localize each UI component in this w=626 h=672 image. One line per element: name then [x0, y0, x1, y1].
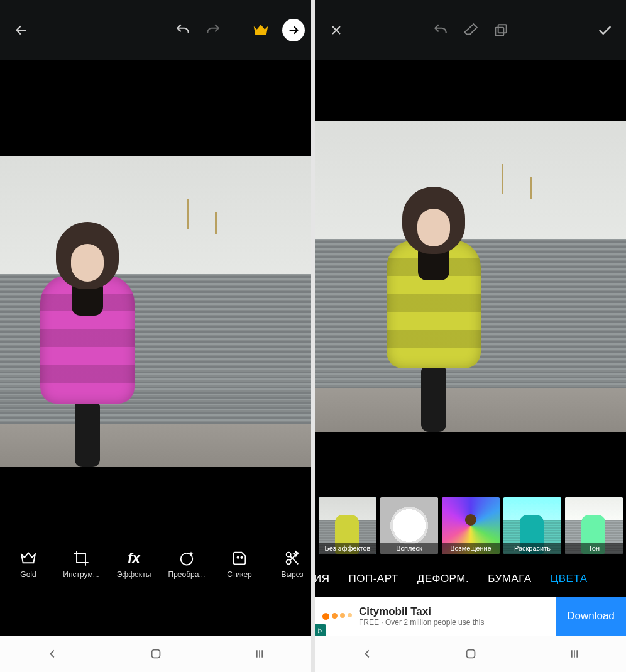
nav-recents-icon[interactable] [251, 646, 268, 662]
tab-deform[interactable]: ДЕФОРМ. [417, 573, 470, 585]
back-button[interactable] [6, 15, 36, 45]
category-tabs: ИЯ ПОП-АРТ ДЕФОРМ. БУМАГА ЦВЕТА [315, 561, 626, 597]
canvas-left[interactable] [0, 60, 311, 537]
fx-label: Всплеск [380, 543, 438, 554]
tab-paper[interactable]: БУМАГА [488, 573, 531, 585]
ad-text-block: Citymobil Taxi FREE · Over 2 million peo… [359, 605, 556, 627]
fx-thumb-replace[interactable]: Возмещение [442, 497, 500, 554]
scissors-icon [282, 549, 303, 568]
fx-thumb-tone[interactable]: Тон [565, 497, 623, 554]
editor-left: Gold Инструм... fx Эффекты Преобра... [0, 0, 311, 636]
fx-thumb-colorize[interactable]: Раскрасить [503, 497, 561, 554]
svg-rect-8 [466, 650, 475, 658]
fx-icon: fx [123, 549, 145, 568]
tool-label: Стикер [227, 570, 252, 579]
tool-transform[interactable]: Преобра... [162, 549, 211, 579]
svg-rect-7 [498, 25, 506, 33]
svg-rect-6 [495, 28, 503, 36]
apply-check-button[interactable] [590, 15, 620, 45]
svg-rect-5 [151, 650, 160, 658]
svg-point-2 [241, 557, 242, 558]
undo-button[interactable] [168, 15, 198, 45]
tool-label: Вырез [281, 570, 303, 579]
tool-instruments[interactable]: Инструм... [57, 549, 106, 579]
svg-point-3 [287, 553, 291, 557]
tool-sticker[interactable]: Стикер [215, 549, 264, 579]
ad-subtitle: FREE · Over 2 million people use this [359, 618, 556, 627]
tool-gold[interactable]: Gold [4, 549, 53, 579]
bottom-padding [0, 590, 311, 636]
phone-right: Без эффектов Всплеск Возмещение Раскраси… [315, 0, 626, 672]
tool-effects[interactable]: fx Эффекты [109, 549, 158, 579]
ad-banner[interactable]: ▷ Citymobil Taxi FREE · Over 2 million p… [315, 597, 626, 636]
editor-right: Без эффектов Всплеск Возмещение Раскраси… [315, 0, 626, 636]
subject-person [383, 187, 484, 432]
undo-button[interactable] [426, 15, 456, 45]
sticker-icon [229, 549, 250, 568]
tab-partial-left[interactable]: ИЯ [315, 573, 330, 585]
nav-back-icon[interactable] [44, 646, 60, 662]
tool-label: Эффекты [117, 570, 151, 579]
photo-preview-right [315, 121, 626, 432]
tool-label: Преобра... [168, 570, 206, 579]
layers-button[interactable] [486, 15, 516, 45]
tool-cutout[interactable]: Вырез [268, 549, 311, 579]
fx-thumb-splash[interactable]: Всплеск [380, 497, 438, 554]
fx-label: Раскрасить [503, 543, 561, 554]
redo-button[interactable] [198, 15, 228, 45]
phone-left: Gold Инструм... fx Эффекты Преобра... [0, 0, 311, 672]
ad-badge-icon: ▷ [315, 624, 326, 636]
tool-label: Инструм... [63, 570, 99, 579]
tab-popart[interactable]: ПОП-АРТ [349, 573, 398, 585]
nav-recents-icon[interactable] [566, 646, 583, 662]
ad-download-button[interactable]: Download [556, 597, 626, 636]
android-navbar-right [315, 636, 626, 672]
bottom-tools: Gold Инструм... fx Эффекты Преобра... [0, 537, 311, 590]
effects-strip: Без эффектов Всплеск Возмещение Раскраси… [315, 493, 626, 561]
nav-home-icon[interactable] [148, 646, 164, 662]
face-sparkle-icon [176, 549, 197, 568]
tab-colors[interactable]: ЦВЕТА [551, 573, 588, 585]
canvas-right[interactable] [315, 60, 626, 493]
fx-thumb-none[interactable]: Без эффектов [319, 497, 376, 554]
ad-title: Citymobil Taxi [359, 605, 556, 618]
close-button[interactable] [321, 15, 351, 45]
topbar-right [315, 0, 626, 60]
crop-icon [70, 549, 92, 568]
subject-person [37, 222, 138, 467]
svg-point-1 [238, 557, 239, 558]
next-button[interactable] [282, 19, 305, 41]
eraser-button[interactable] [456, 15, 486, 45]
premium-crown-icon[interactable] [246, 15, 276, 45]
svg-point-4 [287, 559, 291, 564]
tool-label: Gold [20, 570, 36, 579]
fx-label: Возмещение [442, 543, 500, 554]
crown-outline-icon [18, 549, 39, 568]
nav-back-icon[interactable] [359, 646, 375, 662]
nav-home-icon[interactable] [463, 646, 479, 662]
android-navbar-left [0, 636, 311, 672]
topbar-left [0, 0, 311, 60]
fx-label: Тон [565, 543, 623, 554]
photo-preview-left [0, 156, 311, 467]
fx-label: Без эффектов [319, 543, 376, 554]
